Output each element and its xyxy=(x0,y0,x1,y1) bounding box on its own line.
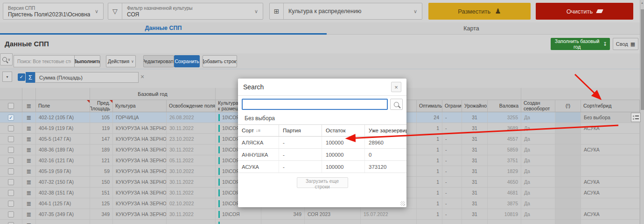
cell-date2[interactable]: 15.07.2022 xyxy=(361,209,417,219)
row-checkbox[interactable] xyxy=(8,125,14,131)
cell-prev_area[interactable] xyxy=(90,220,113,224)
no-selection-option[interactable]: Без выбора xyxy=(238,112,406,124)
lov-popup-icon[interactable] xyxy=(631,113,641,122)
cell-lim[interactable]: - xyxy=(442,198,462,209)
culture-to-distribute-select[interactable]: ⊞ Культура к распределению ∨ xyxy=(269,3,422,20)
aggregation-pill[interactable]: Сумма (Площадь) xyxy=(35,72,139,83)
cell-sel[interactable] xyxy=(0,220,22,224)
select-all-checkbox[interactable] xyxy=(8,103,14,109)
cell-assign[interactable] xyxy=(216,220,261,224)
cell-variety[interactable]: АСУКА xyxy=(581,123,640,133)
cell-menu[interactable]: ≣ xyxy=(22,198,36,209)
cell-rotation[interactable]: Да xyxy=(521,123,555,133)
column-header-release_date[interactable]: Освобождение поля xyxy=(167,100,216,112)
cell-field[interactable]: 405-19 (59 ГА) xyxy=(36,166,90,176)
cell-yield[interactable]: 31 xyxy=(462,145,488,155)
cell-menu[interactable]: ≣ xyxy=(22,220,36,224)
modal-column-header-reserved[interactable]: Уже зарезервирова xyxy=(365,125,406,136)
cell-variety[interactable] xyxy=(581,155,640,166)
cell-field[interactable]: 402-12 (105 ГА) xyxy=(36,112,90,123)
load-more-rows-button[interactable]: Загрузить еще строки xyxy=(297,177,348,188)
cell-yield[interactable]: 31 xyxy=(462,112,488,123)
cell-opt[interactable]: 1 xyxy=(417,166,442,176)
cell-sel[interactable] xyxy=(0,155,22,166)
tab-karta[interactable]: Карта xyxy=(327,22,616,35)
row-menu-icon[interactable]: ≣ xyxy=(27,115,32,121)
cell-variety[interactable] xyxy=(581,198,640,209)
cell-culture[interactable]: КУКУРУЗА НА ЗЕРНО xyxy=(113,123,167,133)
cell-release_date[interactable]: 02.10.2022 xyxy=(167,198,216,209)
cell-field[interactable] xyxy=(36,220,90,224)
row-checkbox[interactable] xyxy=(8,211,14,217)
cell-date2[interactable] xyxy=(361,220,417,224)
column-header-field[interactable]: Поле xyxy=(36,100,90,112)
cell-rotation[interactable]: Да xyxy=(521,177,555,187)
cell-variety[interactable]: АСУКА xyxy=(581,145,640,155)
cell-yield[interactable]: 31 xyxy=(462,155,488,166)
row-menu-icon[interactable]: ≣ xyxy=(27,222,32,224)
cell-lim[interactable]: - xyxy=(442,112,462,123)
cell-lim[interactable]: - xyxy=(442,134,462,144)
cell-release_date[interactable]: 26.08.2022 xyxy=(167,112,216,123)
row-checkbox[interactable] xyxy=(8,136,14,142)
clear-button[interactable]: Очистить xyxy=(536,3,633,20)
cell-release_date[interactable]: 30.11.2022 xyxy=(167,123,216,133)
cell-version2[interactable]: СОЯ 2023 xyxy=(305,209,361,219)
cell-opt[interactable]: 1 xyxy=(417,155,442,166)
cell-release_date[interactable]: 05.11.2022 xyxy=(167,155,216,166)
cell-rotation[interactable]: Да xyxy=(521,188,555,198)
modal-search-button[interactable] xyxy=(390,99,403,110)
cell-release_date[interactable]: 30.11.2022 xyxy=(167,145,216,155)
cell-yield[interactable]: 31 xyxy=(462,198,488,209)
column-header-yield[interactable]: Урожайно xyxy=(462,100,488,112)
cell-sel[interactable] xyxy=(0,123,22,133)
cell-gross[interactable]: 4557 xyxy=(488,134,521,144)
row-checkbox[interactable]: ✓ xyxy=(8,115,14,121)
fill-base-year-button[interactable]: Заполнить базовый год ↧ xyxy=(551,38,610,50)
cell-menu[interactable]: ≣ xyxy=(22,166,36,176)
vertical-scrollbar[interactable]: ▴ xyxy=(640,0,644,224)
cell-menu[interactable]: ≣ xyxy=(22,209,36,219)
resize-handle[interactable] xyxy=(400,201,405,206)
cell-sel[interactable] xyxy=(0,188,22,198)
cell-warn[interactable] xyxy=(555,188,581,198)
cell-gross[interactable]: 3875 xyxy=(488,198,521,209)
cell-culture[interactable]: КУКУРУЗА НА ЗЕРНО xyxy=(113,145,167,155)
row-checkbox[interactable] xyxy=(8,179,14,185)
cell-lim[interactable]: - xyxy=(442,155,462,166)
summary-button[interactable]: Свод ▦ xyxy=(613,38,638,50)
cell-yield[interactable]: 31 xyxy=(462,123,488,133)
cell-opt[interactable]: 1 xyxy=(417,123,442,133)
cell-rotation[interactable]: Да xyxy=(521,155,555,166)
place-button[interactable]: Разместить ♟ xyxy=(428,3,531,20)
cell-menu[interactable]: ≣ xyxy=(22,177,36,187)
cell-lim[interactable]: - xyxy=(442,209,462,219)
cell-menu[interactable]: ≣ xyxy=(22,134,36,144)
cell-culture[interactable]: КУКУРУЗА НА ЗЕРНО xyxy=(113,188,167,198)
cell-yield[interactable]: 31 xyxy=(462,166,488,176)
cell-area2[interactable] xyxy=(261,220,305,224)
cell-gross[interactable]: 1829 xyxy=(488,166,521,176)
cell-sel[interactable] xyxy=(0,209,22,219)
row-menu-icon[interactable]: ≣ xyxy=(27,147,32,153)
row-menu-icon[interactable]: ≣ xyxy=(27,158,32,164)
modal-lov-row[interactable]: АННУШКА-1000000 xyxy=(238,149,406,161)
cell-culture[interactable]: КУКУРУЗА НА ЗЕРНО xyxy=(113,155,167,166)
cell-field[interactable]: 404-19 (119 ГА) xyxy=(36,123,90,133)
cell-prev_area[interactable]: 151 xyxy=(90,188,113,198)
row-menu-icon[interactable]: ≣ xyxy=(27,211,32,217)
cell-field[interactable]: 402-16 (121 ГА) xyxy=(36,155,90,166)
cell-culture[interactable]: КУКУРУЗА НА ЗЕРНО xyxy=(113,198,167,209)
column-header-warn[interactable]: (!) xyxy=(555,100,581,112)
cell-menu[interactable]: ≣ xyxy=(22,188,36,198)
remove-aggregation-icon[interactable]: × xyxy=(140,73,144,80)
cell-field[interactable]: 404-1 (125 ГА) xyxy=(36,198,90,209)
cell-release_date[interactable]: 30.11.2022 xyxy=(167,209,216,219)
cell-prev_area[interactable]: 150 xyxy=(90,177,113,187)
cell-release_date[interactable] xyxy=(167,220,216,224)
cell-variety[interactable]: АСУКА xyxy=(581,209,640,219)
cell-rotation[interactable]: Да xyxy=(521,134,555,144)
cell-sel[interactable] xyxy=(0,134,22,144)
cell-sel[interactable] xyxy=(0,145,22,155)
row-checkbox[interactable] xyxy=(8,201,14,207)
